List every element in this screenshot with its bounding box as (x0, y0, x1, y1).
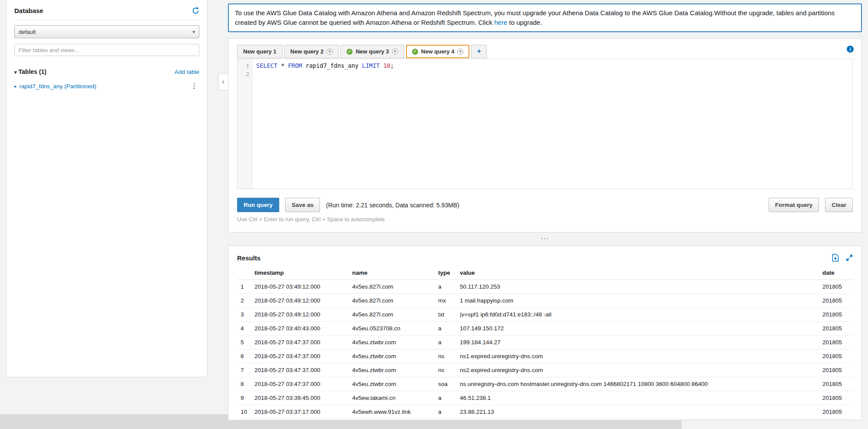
download-results-icon[interactable] (832, 254, 839, 262)
sql-keyword: SELECT (256, 62, 277, 69)
cell-value: ns.uniregistry-dns.com hostmaster.unireg… (456, 377, 819, 391)
tab-label: New query 1 (243, 48, 277, 55)
results-header: timestamp name type value date (237, 266, 853, 280)
cell-row-number: 5 (237, 336, 251, 349)
cell-name: 4v5eu.ztwbr.com (349, 336, 435, 349)
cell-type: mx (435, 294, 456, 308)
results-header-row: Results (228, 246, 861, 264)
cell-row-number: 9 (237, 391, 251, 405)
close-tab-icon[interactable]: × (392, 49, 398, 55)
results-panel: Results timestamp name type value (228, 246, 862, 420)
cell-timestamp: 2018-05-27 03:49:12.000 (251, 280, 349, 294)
cell-date: 201805 (819, 336, 853, 349)
table-row: 2 2018-05-27 03:49:12.000 4v5es.827l.com… (237, 294, 853, 308)
add-table-link[interactable]: Add table (175, 69, 199, 75)
results-title: Results (237, 254, 261, 262)
sql-operator: * (277, 62, 288, 69)
cell-timestamp: 2018-05-27 03:47:37.000 (251, 349, 349, 363)
cell-date: 201805 (819, 405, 853, 419)
cell-name: 4v5es.827l.com (349, 294, 435, 308)
expand-results-icon[interactable] (846, 254, 853, 261)
format-query-button[interactable]: Format query (769, 198, 819, 212)
cell-name: 4v5eu.0523708.cn (349, 322, 435, 336)
cell-timestamp: 2018-05-27 03:39:45.000 (251, 391, 349, 405)
new-tab-button[interactable]: + (471, 45, 486, 58)
cell-name: 4v5ew.takami.cn (349, 391, 435, 405)
sql-editor[interactable]: 1 2 SELECT * FROM rapid7_fdns_any LIMIT … (237, 59, 853, 189)
cell-timestamp: 2018-05-27 03:40:43.000 (251, 322, 349, 336)
database-select[interactable]: default ▾ (14, 25, 199, 38)
table-row: 3 2018-05-27 03:49:12.000 4v5es.827l.com… (237, 308, 853, 322)
cell-row-number: 10 (237, 405, 251, 419)
keyboard-hint: Use Ctrl + Enter to run query, Ctrl + Sp… (237, 216, 385, 223)
clear-button[interactable]: Clear (825, 198, 853, 212)
cell-row-number: 2 (237, 294, 251, 308)
cell-date: 201805 (819, 391, 853, 405)
cell-type: a (435, 391, 456, 405)
tab-new-query-4[interactable]: ✓ New query 4 × (406, 45, 470, 58)
database-sidebar: Database default ▾ ▾Tables (1) Add table… (6, 0, 208, 377)
sql-keyword: LIMIT (362, 62, 380, 69)
filter-tables-input[interactable] (14, 44, 199, 56)
query-actions-row: Run query Save as (Run time: 2.21 second… (237, 198, 853, 212)
close-tab-icon[interactable]: × (457, 49, 463, 55)
cell-row-number: 3 (237, 308, 251, 322)
cell-timestamp: 2018-05-27 03:49:12.000 (251, 308, 349, 322)
cell-value: 199.184.144.27 (456, 336, 819, 349)
caret-right-icon[interactable]: ▸ (14, 83, 17, 89)
editor-code-area[interactable]: SELECT * FROM rapid7_fdns_any LIMIT 10; (252, 59, 852, 189)
column-header-date: date (819, 266, 853, 280)
cell-name: 4v5ewh.www.91vz.link (349, 405, 435, 419)
cell-date: 201805 (819, 294, 853, 308)
database-select-value: default (19, 29, 36, 35)
cell-value: ns1.expired.uniregistry-dns.com (456, 349, 819, 363)
close-tab-icon[interactable]: × (327, 49, 333, 55)
cell-type: a (435, 336, 456, 349)
table-options-kebab-icon[interactable]: ⋮ (189, 82, 199, 90)
collapse-chevron-icon: ‹ (222, 77, 224, 86)
tables-section-toggle[interactable]: ▾Tables (1) (14, 68, 46, 75)
info-icon[interactable]: i (847, 46, 854, 53)
caret-down-icon: ▾ (14, 70, 17, 75)
cell-type: txt (435, 308, 456, 322)
table-row: 1 2018-05-27 03:49:12.000 4v5es.827l.com… (237, 280, 853, 294)
cell-name: 4v5eu.ztwbr.com (349, 363, 435, 377)
tab-label: New query 3 (356, 48, 389, 55)
tab-label: New query 4 (421, 48, 455, 55)
line-number: 1 (238, 62, 249, 70)
cell-timestamp: 2018-05-27 03:47:37.000 (251, 377, 349, 391)
cell-date: 201805 (819, 308, 853, 322)
table-name-link[interactable]: rapid7_fdns_any (Partitioned) (20, 83, 96, 90)
editor-gutter: 1 2 (238, 59, 252, 189)
sidebar-collapse-handle[interactable]: ‹ (218, 73, 228, 90)
cell-type: ns (435, 349, 456, 363)
tab-new-query-2[interactable]: New query 2 × (284, 45, 339, 58)
refresh-icon[interactable] (192, 7, 199, 14)
table-list-item: ▸ rapid7_fdns_any (Partitioned) ⋮ (14, 82, 199, 90)
panel-resize-handle[interactable]: ··· (228, 235, 862, 241)
cell-date: 201805 (819, 363, 853, 377)
upgrade-here-link[interactable]: here (494, 19, 507, 26)
cell-row-number: 7 (237, 363, 251, 377)
cell-date: 201805 (819, 349, 853, 363)
cell-type: ns (435, 363, 456, 377)
table-row: 8 2018-05-27 03:47:37.000 4v5eu.ztwbr.co… (237, 377, 853, 391)
cell-date: 201805 (819, 377, 853, 391)
cell-type: a (435, 322, 456, 336)
sql-punctuation: ; (390, 62, 394, 69)
cell-type: soa (435, 377, 456, 391)
cell-value: 107.149.150.172 (456, 322, 819, 336)
results-table: timestamp name type value date 1 2018-05… (237, 266, 853, 419)
column-header-index (237, 266, 251, 280)
results-icons (832, 254, 853, 262)
column-header-name: name (349, 266, 435, 280)
tab-new-query-3[interactable]: ✓ New query 3 × (340, 45, 404, 58)
tab-new-query-1[interactable]: New query 1 (237, 45, 283, 58)
cell-row-number: 1 (237, 280, 251, 294)
cell-date: 201805 (819, 322, 853, 336)
run-query-button[interactable]: Run query (237, 198, 279, 212)
save-as-button[interactable]: Save as (285, 198, 320, 212)
line-number: 2 (238, 70, 249, 78)
cell-value: 50.117.120.253 (456, 280, 819, 294)
table-row: 4 2018-05-27 03:40:43.000 4v5eu.0523708.… (237, 322, 853, 336)
